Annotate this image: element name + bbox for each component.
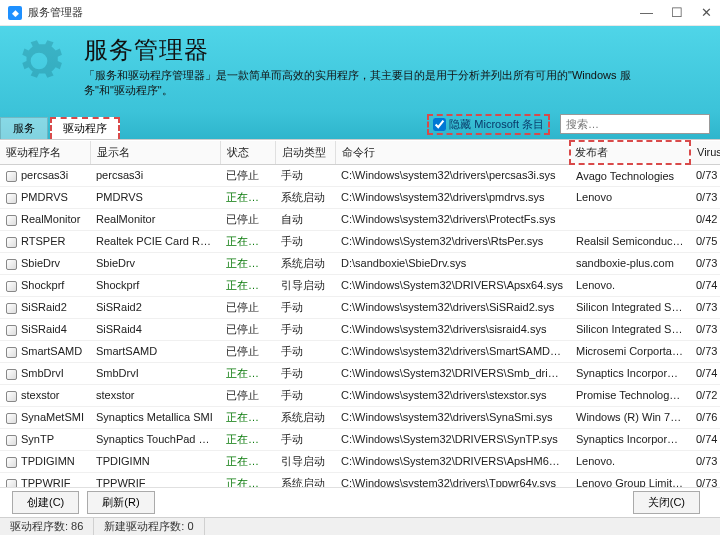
- col-publisher[interactable]: 发布者: [570, 141, 690, 165]
- footer-close-button[interactable]: 关闭(C): [633, 491, 700, 514]
- table-row[interactable]: PMDRVSPMDRVS正在运行系统启动C:\Windows\system32\…: [0, 186, 720, 208]
- table-container[interactable]: 驱动程序名 显示名 状态 启动类型 命令行 发布者 VirusTotal per…: [0, 139, 720, 529]
- cell-publisher: Microsemi Corportation: [570, 340, 690, 362]
- cell-status: 正在运行: [220, 450, 275, 472]
- cell-publisher: Promise Technology, …: [570, 384, 690, 406]
- cell-display: Synaptics Metallica SMI: [90, 406, 220, 428]
- cell-publisher: Synaptics Incorporated: [570, 428, 690, 450]
- cell-publisher: Silicon Integrated Sys…: [570, 296, 690, 318]
- cell-name: SmartSAMD: [0, 340, 90, 362]
- table-row[interactable]: SiSRaid4SiSRaid4已停止手动C:\Windows\system32…: [0, 318, 720, 340]
- table-row[interactable]: SbieDrvSbieDrv正在运行系统启动D:\sandboxie\SbieD…: [0, 252, 720, 274]
- cell-cmd: D:\sandboxie\SbieDrv.sys: [335, 252, 570, 274]
- table-row[interactable]: SmbDrvISmbDrvI正在运行手动C:\Windows\System32\…: [0, 362, 720, 384]
- cell-virustotal: 0/42: [690, 208, 720, 230]
- close-button[interactable]: ✕: [701, 5, 712, 20]
- cell-display: PMDRVS: [90, 186, 220, 208]
- cell-display: SbieDrv: [90, 252, 220, 274]
- cell-cmd: C:\Windows\system32\drivers\pmdrvs.sys: [335, 186, 570, 208]
- cell-start: 系统启动: [275, 406, 335, 428]
- cell-start: 手动: [275, 164, 335, 186]
- tabs: 服务 驱动程序: [0, 117, 122, 139]
- cell-publisher: sandboxie-plus.com: [570, 252, 690, 274]
- create-button[interactable]: 创建(C): [12, 491, 79, 514]
- table-row[interactable]: SynTPSynaptics TouchPad HID …正在运行手动C:\Wi…: [0, 428, 720, 450]
- cell-status: 已停止: [220, 318, 275, 340]
- cell-virustotal: 0/76: [690, 406, 720, 428]
- cell-virustotal: 0/73: [690, 318, 720, 340]
- cell-virustotal: 0/73: [690, 186, 720, 208]
- cell-cmd: C:\Windows\System32\DRIVERS\Apsx64.sys: [335, 274, 570, 296]
- table-row[interactable]: percsas3ipercsas3i已停止手动C:\Windows\system…: [0, 164, 720, 186]
- driver-icon: [6, 259, 17, 270]
- maximize-button[interactable]: ☐: [671, 5, 683, 20]
- driver-icon: [6, 193, 17, 204]
- table-row[interactable]: SiSRaid2SiSRaid2已停止手动C:\Windows\system32…: [0, 296, 720, 318]
- window-controls: — ☐ ✕: [640, 5, 712, 20]
- cell-cmd: C:\Windows\system32\drivers\SmartSAMD.sy…: [335, 340, 570, 362]
- table-row[interactable]: RTSPERRealtek PCIE Card Reade…正在运行手动C:\W…: [0, 230, 720, 252]
- cell-start: 引导启动: [275, 450, 335, 472]
- cell-display: RealMonitor: [90, 208, 220, 230]
- driver-icon: [6, 457, 17, 468]
- cell-start: 手动: [275, 230, 335, 252]
- col-command[interactable]: 命令行: [335, 141, 570, 165]
- hide-microsoft-label: 隐藏 Microsoft 条目: [449, 117, 544, 132]
- cell-display: SmartSAMD: [90, 340, 220, 362]
- table-row[interactable]: ShockprfShockprf正在运行引导启动C:\Windows\Syste…: [0, 274, 720, 296]
- cell-name: RealMonitor: [0, 208, 90, 230]
- col-display-name[interactable]: 显示名: [90, 141, 220, 165]
- cell-virustotal: 0/73: [690, 450, 720, 472]
- cell-virustotal: 0/75: [690, 230, 720, 252]
- cell-start: 手动: [275, 362, 335, 384]
- search-input[interactable]: [560, 114, 710, 134]
- minimize-button[interactable]: —: [640, 5, 653, 20]
- tab-services[interactable]: 服务: [0, 117, 48, 139]
- cell-start: 系统启动: [275, 252, 335, 274]
- cell-name: SbieDrv: [0, 252, 90, 274]
- cell-publisher: Synaptics Incorporated: [570, 362, 690, 384]
- cell-virustotal: 0/73: [690, 340, 720, 362]
- tab-drivers[interactable]: 驱动程序: [50, 117, 120, 139]
- cell-start: 手动: [275, 384, 335, 406]
- driver-icon: [6, 413, 17, 424]
- hide-microsoft-checkbox[interactable]: 隐藏 Microsoft 条目: [427, 114, 550, 135]
- cell-start: 引导启动: [275, 274, 335, 296]
- gear-icon: [14, 36, 64, 86]
- col-start-type[interactable]: 启动类型: [275, 141, 335, 165]
- cell-name: SiSRaid2: [0, 296, 90, 318]
- cell-virustotal: 0/72: [690, 384, 720, 406]
- status-new-count: 新建驱动程序数: 0: [94, 518, 204, 535]
- cell-status: 已停止: [220, 164, 275, 186]
- statusbar: 驱动程序数: 86 新建驱动程序数: 0: [0, 517, 720, 535]
- toolbar: 服务 驱动程序 隐藏 Microsoft 条目: [0, 111, 720, 139]
- refresh-button[interactable]: 刷新(R): [87, 491, 154, 514]
- cell-cmd: C:\Windows\System32\DRIVERS\ApsHM64.sys: [335, 450, 570, 472]
- cell-status: 正在运行: [220, 186, 275, 208]
- col-driver-name[interactable]: 驱动程序名: [0, 141, 90, 165]
- table-row[interactable]: RealMonitorRealMonitor已停止自动C:\Windows\sy…: [0, 208, 720, 230]
- table-row[interactable]: SynaMetSMISynaptics Metallica SMI正在运行系统启…: [0, 406, 720, 428]
- cell-name: PMDRVS: [0, 186, 90, 208]
- table-row[interactable]: SmartSAMDSmartSAMD已停止手动C:\Windows\system…: [0, 340, 720, 362]
- cell-cmd: C:\Windows\system32\drivers\SynaSmi.sys: [335, 406, 570, 428]
- driver-icon: [6, 325, 17, 336]
- table-row[interactable]: stexstorstexstor已停止手动C:\Windows\system32…: [0, 384, 720, 406]
- cell-virustotal: 0/73: [690, 164, 720, 186]
- col-virustotal[interactable]: VirusTotal: [690, 141, 720, 165]
- hide-microsoft-input[interactable]: [433, 118, 446, 131]
- cell-name: TPDIGIMN: [0, 450, 90, 472]
- cell-virustotal: 0/73: [690, 252, 720, 274]
- cell-status: 已停止: [220, 208, 275, 230]
- cell-start: 手动: [275, 318, 335, 340]
- cell-publisher: Avago Technologies: [570, 164, 690, 186]
- cell-name: SynTP: [0, 428, 90, 450]
- cell-start: 手动: [275, 428, 335, 450]
- cell-display: SiSRaid2: [90, 296, 220, 318]
- col-status[interactable]: 状态: [220, 141, 275, 165]
- table-row[interactable]: TPDIGIMNTPDIGIMN正在运行引导启动C:\Windows\Syste…: [0, 450, 720, 472]
- cell-cmd: C:\Windows\system32\drivers\stexstor.sys: [335, 384, 570, 406]
- cell-name: SmbDrvI: [0, 362, 90, 384]
- cell-display: SiSRaid4: [90, 318, 220, 340]
- cell-publisher: Lenovo.: [570, 450, 690, 472]
